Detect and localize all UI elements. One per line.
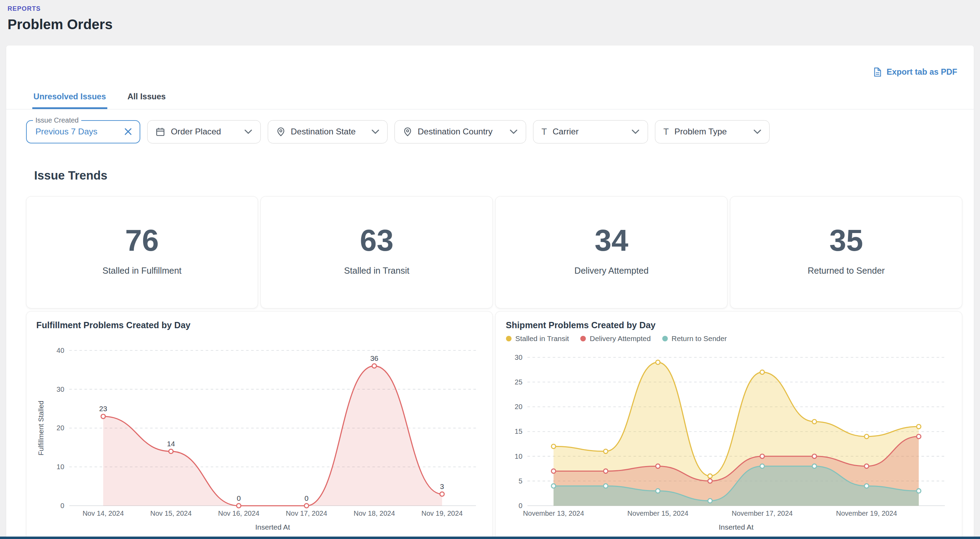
chart-row: Fulfillment Problems Created by Day 0102…: [26, 311, 963, 539]
svg-text:40: 40: [56, 347, 64, 354]
chevron-down-icon: [372, 129, 379, 134]
filter-order-placed-label: Order Placed: [171, 127, 221, 137]
stat-card-returned-to-sender: 35 Returned to Sender: [730, 196, 962, 309]
svg-text:0: 0: [237, 494, 241, 502]
report-card: Export tab as PDF Unresolved Issues All …: [6, 46, 974, 539]
chevron-down-icon: [754, 129, 761, 134]
chevron-down-icon: [510, 129, 517, 134]
chart-title: Fulfillment Problems Created by Day: [37, 319, 483, 331]
page-title: Problem Orders: [8, 17, 980, 32]
stat-value: 63: [360, 225, 393, 255]
tabs: Unresolved Issues All Issues: [6, 92, 974, 109]
svg-text:Nov 19, 2024: Nov 19, 2024: [421, 510, 463, 517]
filter-issue-created[interactable]: Issue Created Previous 7 Days: [26, 120, 140, 143]
svg-text:Nov 18, 2024: Nov 18, 2024: [353, 510, 395, 517]
export-pdf-label: Export tab as PDF: [886, 67, 957, 77]
svg-text:0: 0: [519, 502, 522, 510]
legend-dot-icon: [506, 336, 512, 341]
stat-label: Returned to Sender: [808, 266, 885, 276]
chart-title: Shipment Problems Created by Day: [506, 319, 952, 331]
svg-text:20: 20: [56, 425, 64, 432]
svg-text:25: 25: [515, 378, 522, 386]
svg-text:Nov 15, 2024: Nov 15, 2024: [150, 510, 191, 517]
stat-label: Stalled in Fulfillment: [102, 266, 181, 276]
export-pdf-link[interactable]: Export tab as PDF: [873, 67, 957, 77]
stat-card-stalled-in-transit: 63 Stalled in Transit: [261, 196, 493, 309]
page-header: REPORTS Problem Orders: [0, 0, 980, 32]
svg-text:November 13, 2024: November 13, 2024: [523, 510, 584, 517]
breadcrumb[interactable]: REPORTS: [8, 5, 980, 13]
stat-label: Delivery Attempted: [574, 266, 649, 276]
stat-value: 76: [125, 225, 159, 255]
svg-text:Nov 17, 2024: Nov 17, 2024: [286, 510, 327, 517]
svg-text:0: 0: [60, 502, 64, 510]
filter-problem-type[interactable]: T Problem Type: [655, 120, 770, 143]
svg-text:20: 20: [515, 403, 522, 411]
filter-destination-country-label: Destination Country: [418, 127, 492, 137]
fulfillment-problems-chart: 010203040Nov 14, 2024Nov 15, 2024Nov 16,…: [37, 333, 484, 539]
chevron-down-icon: [632, 129, 640, 134]
legend-dot-icon: [662, 336, 668, 341]
filter-carrier[interactable]: T Carrier: [533, 120, 648, 143]
filter-bar: Issue Created Previous 7 Days Order Plac…: [26, 120, 974, 143]
svg-text:Fulfillment Stalled: Fulfillment Stalled: [37, 401, 45, 456]
tab-all-issues[interactable]: All Issues: [126, 92, 167, 109]
chevron-down-icon: [245, 129, 252, 134]
svg-text:November 15, 2024: November 15, 2024: [627, 510, 688, 517]
svg-text:November 17, 2024: November 17, 2024: [732, 510, 793, 517]
stat-value: 35: [829, 225, 863, 255]
shipment-chart-card: Shipment Problems Created by Day Stalled…: [495, 311, 962, 539]
section-title: Issue Trends: [34, 169, 974, 182]
svg-text:30: 30: [56, 385, 64, 393]
chart-legend: Stalled in Transit Delivery Attempted Re…: [506, 332, 952, 345]
calendar-icon: [156, 127, 165, 137]
stat-cards: 76 Stalled in Fulfillment 63 Stalled in …: [26, 196, 963, 309]
filter-issue-created-value: Previous 7 Days: [35, 127, 98, 137]
shipment-problems-chart: 051015202530November 13, 2024November 15…: [506, 347, 953, 536]
svg-text:Inserted At: Inserted At: [255, 523, 290, 531]
filter-order-placed[interactable]: Order Placed: [147, 120, 261, 143]
tab-unresolved-issues[interactable]: Unresolved Issues: [32, 92, 107, 109]
stat-value: 34: [595, 225, 628, 255]
svg-text:Nov 14, 2024: Nov 14, 2024: [82, 510, 124, 517]
app-root: REPORTS Problem Orders Export tab as PDF…: [0, 0, 980, 539]
stat-card-stalled-in-fulfillment: 76 Stalled in Fulfillment: [26, 196, 258, 309]
fulfillment-chart-card: Fulfillment Problems Created by Day 0102…: [26, 311, 493, 539]
legend-item-delivery-attempted[interactable]: Delivery Attempted: [580, 334, 651, 343]
svg-text:0: 0: [304, 494, 309, 502]
svg-text:36: 36: [370, 355, 378, 363]
svg-text:Inserted At: Inserted At: [719, 523, 753, 531]
filter-destination-state[interactable]: Destination State: [268, 120, 388, 143]
filter-destination-country[interactable]: Destination Country: [395, 120, 526, 143]
svg-text:14: 14: [167, 440, 175, 448]
svg-text:15: 15: [515, 428, 522, 436]
file-pdf-icon: [873, 67, 882, 77]
text-filter-icon: T: [541, 127, 547, 136]
stat-label: Stalled in Transit: [344, 266, 409, 276]
filter-destination-state-label: Destination State: [291, 127, 356, 137]
location-pin-icon: [277, 127, 285, 137]
svg-text:3: 3: [440, 483, 444, 491]
text-filter-icon: T: [663, 127, 669, 136]
svg-text:10: 10: [515, 453, 522, 460]
filter-problem-type-label: Problem Type: [675, 127, 727, 137]
svg-text:30: 30: [515, 353, 522, 361]
svg-text:5: 5: [519, 477, 522, 485]
location-pin-icon: [403, 127, 412, 137]
stat-card-delivery-attempted: 34 Delivery Attempted: [495, 196, 727, 309]
svg-text:November 19, 2024: November 19, 2024: [836, 510, 897, 517]
svg-text:10: 10: [56, 463, 64, 471]
filter-issue-created-label: Issue Created: [33, 116, 81, 124]
legend-dot-icon: [580, 336, 586, 341]
filter-carrier-label: Carrier: [552, 127, 579, 137]
bottom-bar: [0, 537, 980, 539]
legend-item-stalled-in-transit[interactable]: Stalled in Transit: [506, 334, 569, 343]
svg-text:Nov 16, 2024: Nov 16, 2024: [218, 510, 259, 517]
clear-filter-icon[interactable]: [124, 128, 132, 135]
svg-text:23: 23: [99, 405, 107, 413]
legend-item-return-to-sender[interactable]: Return to Sender: [662, 334, 727, 343]
